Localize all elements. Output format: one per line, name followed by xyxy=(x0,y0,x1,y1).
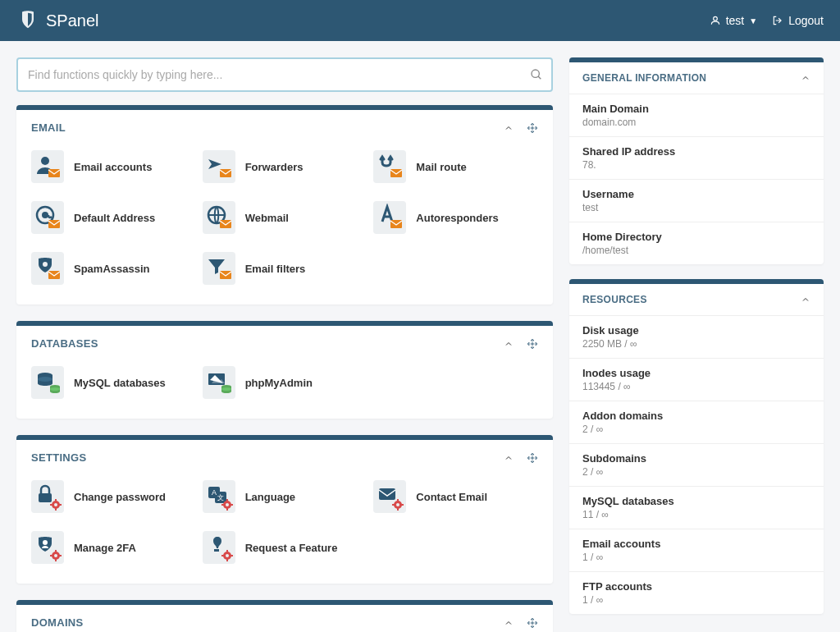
logout-icon xyxy=(772,15,783,26)
item-label: Language xyxy=(245,491,295,503)
mail-route-icon xyxy=(373,150,406,183)
brand: SPanel xyxy=(16,9,99,32)
svg-point-19 xyxy=(38,377,52,382)
panel-databases: DATABASES MySQL databases phpMyAdmin xyxy=(16,321,553,419)
email-filters-icon xyxy=(203,252,235,285)
item-email-accounts[interactable]: Email accounts xyxy=(31,145,196,188)
header-right: test ▼ Logout xyxy=(710,14,824,27)
chevron-up-icon xyxy=(504,618,514,628)
item-language[interactable]: A文Language xyxy=(203,475,368,518)
autoresponders-icon xyxy=(373,201,406,234)
item-label: Request a Feature xyxy=(245,542,338,554)
chevron-up-icon xyxy=(801,73,810,83)
side-title-general: GENERAL INFORMATION xyxy=(582,72,706,84)
item-mail-route[interactable]: Mail route xyxy=(373,145,538,188)
svg-point-17 xyxy=(43,262,48,267)
item-label: phpMyAdmin xyxy=(245,377,313,389)
item-spamassassin[interactable]: SpamAssassin xyxy=(31,247,196,290)
item-contact-email[interactable]: Contact Email xyxy=(373,475,538,518)
mysql-icon xyxy=(31,366,64,399)
app-header: SPanel test ▼ Logout xyxy=(0,0,840,41)
chevron-up-icon xyxy=(504,453,514,463)
item-manage-2fa[interactable]: Manage 2FA xyxy=(31,526,196,569)
move-icon xyxy=(527,122,538,134)
twofa-icon xyxy=(31,531,64,564)
forwarders-icon xyxy=(203,150,235,183)
password-icon xyxy=(31,480,64,513)
collapse-toggle[interactable] xyxy=(801,295,810,305)
search-icon xyxy=(530,68,543,81)
move-handle[interactable] xyxy=(527,338,538,350)
user-menu[interactable]: test ▼ xyxy=(710,14,757,27)
res-disk: Disk usage2250 MB / ∞ xyxy=(569,315,824,358)
user-label: test xyxy=(726,14,745,27)
item-label: Mail route xyxy=(416,161,466,173)
res-ftp: FTP accounts1 / ∞ xyxy=(569,571,824,614)
side-title-resources: RESOURCES xyxy=(582,294,647,305)
language-icon: A文 xyxy=(203,480,235,513)
item-mysql-databases[interactable]: MySQL databases xyxy=(31,361,196,404)
info-home-dir: Home Directory/home/test xyxy=(569,222,824,264)
logout-link[interactable]: Logout xyxy=(772,14,824,27)
item-change-password[interactable]: Change password xyxy=(31,475,196,518)
item-label: Email accounts xyxy=(74,161,152,173)
spamassassin-icon xyxy=(31,252,64,285)
move-handle[interactable] xyxy=(527,617,538,629)
info-main-domain: Main Domaindomain.com xyxy=(569,94,824,136)
item-webmail[interactable]: Webmail xyxy=(203,196,368,239)
user-icon xyxy=(710,15,721,26)
panel-title-settings: SETTINGS xyxy=(31,451,86,464)
item-phpmyadmin[interactable]: phpMyAdmin xyxy=(203,361,368,404)
item-label: Forwarders xyxy=(245,161,304,173)
item-label: Default Address xyxy=(74,212,155,224)
collapse-toggle[interactable] xyxy=(504,123,514,133)
item-forwarders[interactable]: Forwarders xyxy=(203,145,368,188)
item-label: MySQL databases xyxy=(74,377,166,389)
webmail-icon xyxy=(203,201,235,234)
panel-domains: DOMAINS Domains Subdomains DNS editor xyxy=(16,600,553,632)
svg-point-27 xyxy=(43,540,48,545)
svg-text:A: A xyxy=(212,488,217,497)
res-email: Email accounts1 / ∞ xyxy=(569,529,824,571)
chevron-up-icon xyxy=(504,339,514,349)
item-label: Change password xyxy=(74,491,166,503)
phpmyadmin-icon xyxy=(203,366,235,399)
move-handle[interactable] xyxy=(527,122,538,134)
move-handle[interactable] xyxy=(527,452,538,464)
svg-rect-26 xyxy=(379,488,395,500)
panel-email: EMAIL Email accounts Forwarders Mail rou… xyxy=(16,105,553,305)
logout-label: Logout xyxy=(788,14,824,27)
panel-title-email: EMAIL xyxy=(31,121,66,134)
res-mysql: MySQL databases11 / ∞ xyxy=(569,486,824,529)
info-username: Usernametest xyxy=(569,179,824,222)
search-input[interactable] xyxy=(16,57,553,92)
collapse-toggle[interactable] xyxy=(504,339,514,349)
brand-name: SPanel xyxy=(46,11,99,30)
logo-icon xyxy=(16,9,39,32)
collapse-toggle[interactable] xyxy=(801,73,810,83)
panel-settings: SETTINGS Change password A文Language Cont… xyxy=(16,435,553,584)
default-address-icon xyxy=(31,201,64,234)
item-label: Email filters xyxy=(245,263,306,275)
item-autoresponders[interactable]: Autoresponders xyxy=(373,196,538,239)
svg-point-13 xyxy=(41,157,49,165)
chevron-up-icon xyxy=(801,295,810,305)
move-icon xyxy=(527,452,538,464)
move-icon xyxy=(527,338,538,350)
res-subdomains: Subdomains2 / ∞ xyxy=(569,443,824,486)
contact-email-icon xyxy=(373,480,406,513)
collapse-toggle[interactable] xyxy=(504,453,514,463)
svg-text:文: 文 xyxy=(217,494,224,501)
item-label: Manage 2FA xyxy=(74,542,136,554)
item-email-filters[interactable]: Email filters xyxy=(203,247,368,290)
svg-rect-21 xyxy=(39,493,52,502)
panel-resources: RESOURCES Disk usage2250 MB / ∞ Inodes u… xyxy=(569,279,824,614)
panel-title-domains: DOMAINS xyxy=(31,616,84,629)
res-inodes: Inodes usage113445 / ∞ xyxy=(569,358,824,401)
item-default-address[interactable]: Default Address xyxy=(31,196,196,239)
item-label: SpamAssassin xyxy=(74,263,150,275)
panel-general-info: GENERAL INFORMATION Main Domaindomain.co… xyxy=(569,57,824,264)
item-request-feature[interactable]: Request a Feature xyxy=(203,526,368,569)
item-label: Webmail xyxy=(245,212,289,224)
collapse-toggle[interactable] xyxy=(504,618,514,628)
